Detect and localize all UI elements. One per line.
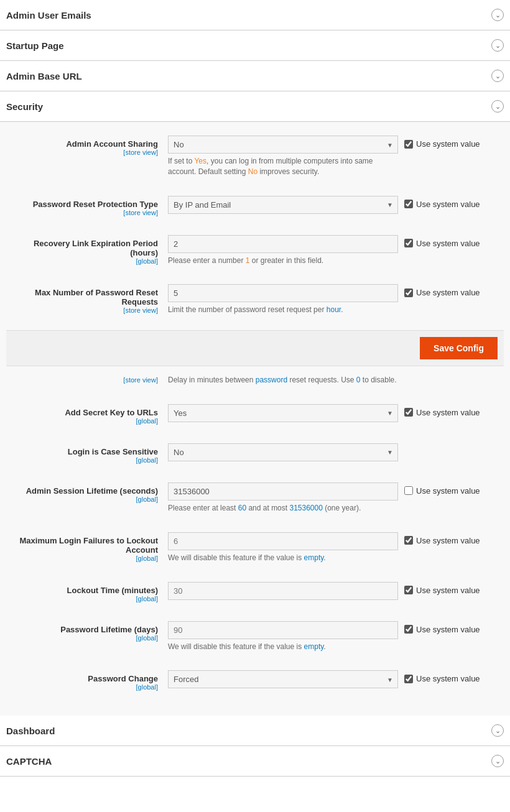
system-value-password-reset-protection-type: Use system value xyxy=(404,196,504,209)
section-security[interactable]: Security ⌄ xyxy=(0,91,510,122)
hint-admin-session-lifetime: Please enter at least 60 and at most 315… xyxy=(168,503,398,514)
system-value-admin-session-lifetime: Use system value xyxy=(404,482,504,496)
use-system-value-label-6: Use system value xyxy=(416,486,480,496)
input-col-password-lifetime: We will disable this feature if the valu… xyxy=(168,621,404,652)
label-login-case-sensitive: Login is Case Sensitive [global] xyxy=(6,443,168,464)
checkbox-password-reset-protection-type[interactable] xyxy=(404,200,413,208)
label-password-change: Password Change [global] xyxy=(6,670,168,691)
input-admin-session-lifetime[interactable] xyxy=(168,482,398,501)
input-password-lifetime[interactable] xyxy=(168,621,398,639)
chevron-icon-dashboard: ⌄ xyxy=(491,724,504,737)
label-min-time-password-resets: [store view] xyxy=(6,372,168,384)
label-recovery-link-expiration-period: Recovery Link Expiration Period (hours) … xyxy=(6,235,168,265)
use-system-value-label-5: Use system value xyxy=(416,408,480,417)
checkbox-admin-account-sharing[interactable] xyxy=(404,140,413,149)
chevron-icon-security: ⌄ xyxy=(491,100,504,113)
input-maximum-login-failures[interactable] xyxy=(168,532,398,550)
input-col-lockout-time xyxy=(168,582,404,600)
field-max-password-reset-requests: Max Number of Password Reset Requests [s… xyxy=(6,280,504,319)
section-title-captcha: CAPTCHA xyxy=(6,756,52,767)
select-wrapper-password-reset-protection-type[interactable]: By IP and Email By IP By Email None xyxy=(168,196,398,214)
system-value-maximum-login-failures: Use system value xyxy=(404,532,504,545)
input-col-admin-session-lifetime: Please enter at least 60 and at most 315… xyxy=(168,482,404,514)
use-system-value-label-4: Use system value xyxy=(416,288,480,297)
section-title-startup-page: Startup Page xyxy=(6,40,64,51)
select-wrapper-login-case-sensitive[interactable]: No Yes xyxy=(168,443,398,461)
label-password-lifetime: Password Lifetime (days) [global] xyxy=(6,621,168,642)
field-lockout-time: Lockout Time (minutes) [global] Use syst… xyxy=(6,578,504,606)
use-system-value-label-9: Use system value xyxy=(416,625,480,634)
select-wrapper-add-secret-key[interactable]: Yes No xyxy=(168,404,398,422)
checkbox-password-change[interactable] xyxy=(404,675,413,683)
label-max-password-reset-requests: Max Number of Password Reset Requests [s… xyxy=(6,284,168,314)
section-startup-page[interactable]: Startup Page ⌄ xyxy=(0,30,510,61)
checkbox-lockout-time[interactable] xyxy=(404,586,413,594)
use-system-value-label-10: Use system value xyxy=(416,674,480,683)
section-title-admin-user-emails: Admin User Emails xyxy=(6,10,91,21)
input-col-password-change: Forced Recommended None xyxy=(168,670,404,688)
input-col-min-time-password-resets: Delay in minutes between password reset … xyxy=(168,372,504,385)
system-value-password-lifetime: Use system value xyxy=(404,621,504,634)
checkbox-maximum-login-failures[interactable] xyxy=(404,536,413,545)
input-col-max-password-reset-requests: Limit the number of password reset reque… xyxy=(168,284,404,315)
select-add-secret-key[interactable]: Yes No xyxy=(168,404,398,422)
label-password-reset-protection-type: Password Reset Protection Type [store vi… xyxy=(6,196,168,216)
select-wrapper-password-change[interactable]: Forced Recommended None xyxy=(168,670,398,688)
system-value-admin-account-sharing: Use system value xyxy=(404,136,504,149)
section-title-dashboard: Dashboard xyxy=(6,726,55,736)
system-value-lockout-time: Use system value xyxy=(404,582,504,595)
field-min-time-password-resets: [store view] Delay in minutes between pa… xyxy=(6,369,504,389)
system-value-login-case-sensitive xyxy=(404,443,504,447)
input-col-login-case-sensitive: No Yes xyxy=(168,443,404,461)
input-col-recovery-link-expiration-period: Please enter a number 1 or greater in th… xyxy=(168,235,404,266)
checkbox-max-password-reset-requests[interactable] xyxy=(404,288,413,297)
select-password-reset-protection-type[interactable]: By IP and Email By IP By Email None xyxy=(168,196,398,214)
checkbox-add-secret-key[interactable] xyxy=(404,408,413,417)
section-admin-user-emails[interactable]: Admin User Emails ⌄ xyxy=(0,0,510,30)
input-max-password-reset-requests[interactable] xyxy=(168,284,398,302)
hint-admin-account-sharing: If set to Yes, you can log in from multi… xyxy=(168,156,398,177)
input-col-admin-account-sharing: No Yes If set to Yes, you can log in fro… xyxy=(168,136,404,177)
hint-recovery-link-expiration-period: Please enter a number 1 or greater in th… xyxy=(168,256,398,266)
system-value-add-secret-key: Use system value xyxy=(404,404,504,417)
chevron-icon-admin-user-emails: ⌄ xyxy=(491,9,504,21)
save-config-bar: Save Config xyxy=(6,330,504,366)
use-system-value-label-7: Use system value xyxy=(416,536,480,545)
label-admin-account-sharing: Admin Account Sharing [store view] xyxy=(6,136,168,156)
hint-min-time-password-resets: Delay in minutes between password reset … xyxy=(168,375,498,385)
hint-max-password-reset-requests: Limit the number of password reset reque… xyxy=(168,305,398,315)
use-system-value-label: Use system value xyxy=(416,139,480,149)
use-system-value-label-3: Use system value xyxy=(416,239,480,248)
use-system-value-label-8: Use system value xyxy=(416,586,480,595)
field-password-lifetime: Password Lifetime (days) [global] We wil… xyxy=(6,617,504,656)
label-lockout-time: Lockout Time (minutes) [global] xyxy=(6,582,168,602)
section-title-security: Security xyxy=(6,101,43,112)
field-recovery-link-expiration-period: Recovery Link Expiration Period (hours) … xyxy=(6,231,504,270)
checkbox-admin-session-lifetime[interactable] xyxy=(404,486,413,495)
select-login-case-sensitive[interactable]: No Yes xyxy=(168,443,398,461)
input-col-add-secret-key: Yes No xyxy=(168,404,404,422)
field-admin-account-sharing: Admin Account Sharing [store view] No Ye… xyxy=(6,132,504,181)
checkbox-password-lifetime[interactable] xyxy=(404,625,413,634)
field-login-case-sensitive: Login is Case Sensitive [global] No Yes xyxy=(6,440,504,468)
select-admin-account-sharing[interactable]: No Yes xyxy=(168,136,398,154)
hint-maximum-login-failures: We will disable this feature if the valu… xyxy=(168,553,398,563)
select-password-change[interactable]: Forced Recommended None xyxy=(168,670,398,688)
input-recovery-link-expiration-period[interactable] xyxy=(168,235,398,253)
label-admin-session-lifetime: Admin Session Lifetime (seconds) [global… xyxy=(6,482,168,503)
section-dashboard[interactable]: Dashboard ⌄ xyxy=(0,716,510,746)
field-add-secret-key: Add Secret Key to URLs [global] Yes No U… xyxy=(6,400,504,428)
chevron-icon-captcha: ⌄ xyxy=(491,755,504,767)
chevron-icon-admin-base-url: ⌄ xyxy=(491,70,504,82)
section-captcha[interactable]: CAPTCHA ⌄ xyxy=(0,746,510,777)
checkbox-recovery-link-expiration-period[interactable] xyxy=(404,239,413,247)
section-admin-base-url[interactable]: Admin Base URL ⌄ xyxy=(0,61,510,91)
select-wrapper-admin-account-sharing[interactable]: No Yes xyxy=(168,136,398,154)
save-config-button[interactable]: Save Config xyxy=(420,337,498,359)
input-lockout-time[interactable] xyxy=(168,582,398,600)
label-maximum-login-failures: Maximum Login Failures to Lockout Accoun… xyxy=(6,532,168,562)
field-password-change: Password Change [global] Forced Recommen… xyxy=(6,667,504,694)
security-content: Admin Account Sharing [store view] No Ye… xyxy=(0,122,510,716)
system-value-password-change: Use system value xyxy=(404,670,504,683)
label-add-secret-key: Add Secret Key to URLs [global] xyxy=(6,404,168,425)
